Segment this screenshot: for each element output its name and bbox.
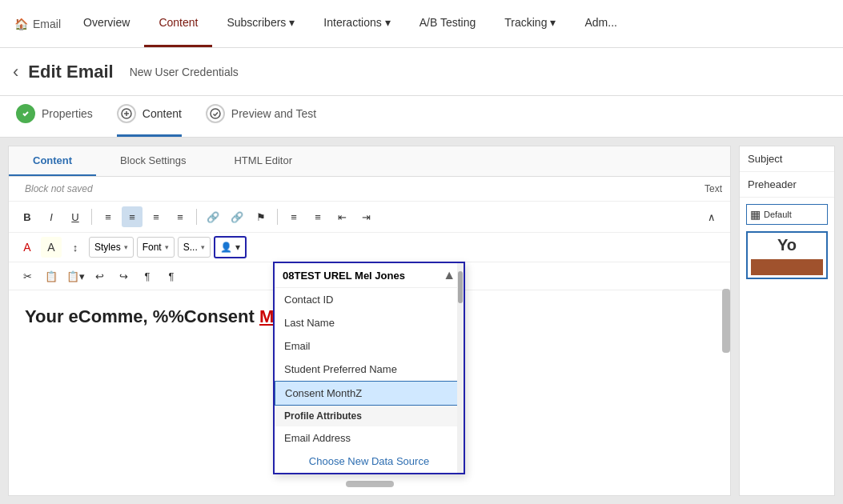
- indent-button[interactable]: ⇤: [331, 206, 352, 227]
- nav-tab-subscribers-label: Subscribers: [227, 16, 286, 29]
- align-justify-button[interactable]: ≡: [170, 206, 191, 227]
- nav-home-label: Email: [33, 18, 61, 30]
- editor-tab-block-settings[interactable]: Block Settings: [96, 146, 210, 176]
- ordered-list-button[interactable]: ≡: [283, 206, 304, 227]
- outdent-button[interactable]: ⇥: [355, 206, 376, 227]
- persona-dropdown-menu: 08TEST UREL Mel Jones ▲ Contact ID Last …: [273, 262, 465, 474]
- dropdown-item-email[interactable]: Email: [275, 334, 464, 358]
- nav-tab-ab-testing[interactable]: A/B Testing: [405, 0, 491, 47]
- preview-brown-bar: [751, 259, 823, 275]
- preview-icon: [206, 104, 225, 123]
- editor-panel: Content Block Settings HTML Editor Block…: [8, 146, 731, 496]
- dropdown-item-contact-id-label: Contact ID: [284, 294, 333, 306]
- highlight-color-button[interactable]: A: [41, 237, 62, 258]
- interactions-arrow-icon: ▾: [385, 16, 391, 29]
- back-button[interactable]: ‹: [13, 62, 18, 82]
- font-color-button[interactable]: A: [17, 237, 38, 258]
- dropdown-item-email-address[interactable]: Email Address: [275, 426, 464, 450]
- pilcrow2-button[interactable]: ¶: [161, 266, 182, 286]
- subject-label: Subject: [748, 153, 782, 165]
- dropdown-item-last-name-label: Last Name: [284, 317, 335, 329]
- subscribers-arrow-icon: ▾: [289, 16, 295, 29]
- nav-tab-content-label: Content: [159, 16, 198, 29]
- align-right-button[interactable]: ≡: [146, 206, 167, 227]
- underline-button[interactable]: U: [65, 206, 86, 227]
- page-title: Edit Email: [28, 62, 113, 82]
- indent-decrease-button[interactable]: ↕: [65, 237, 86, 258]
- nav-tab-tracking[interactable]: Tracking ▾: [490, 0, 570, 47]
- nav-tab-adm[interactable]: Adm...: [570, 0, 631, 47]
- default-box-icon: ▦: [750, 208, 761, 221]
- section-tab-preview[interactable]: Preview and Test: [206, 96, 316, 137]
- align-center-button[interactable]: ≡: [122, 206, 143, 227]
- persona-button[interactable]: 👤 ▾: [214, 236, 247, 258]
- cut-button[interactable]: ✂: [17, 266, 38, 286]
- font-dropdown[interactable]: Font ▾: [137, 237, 175, 258]
- main-area: Content Block Settings HTML Editor Block…: [0, 138, 843, 504]
- nav-tab-overview[interactable]: Overview: [69, 0, 144, 47]
- editor-tab-content[interactable]: Content: [9, 146, 96, 176]
- dropdown-item-contact-id[interactable]: Contact ID: [275, 288, 464, 311]
- dropdown-item-email-label: Email: [284, 340, 311, 352]
- preheader-label: Preheader: [748, 178, 797, 190]
- align-left-button[interactable]: ≡: [98, 206, 118, 227]
- section-tab-properties[interactable]: Properties: [16, 96, 93, 137]
- content-text-before: Your eComm: [25, 306, 133, 326]
- dropdown-item-student-preferred-name[interactable]: Student Preferred Name: [275, 358, 464, 381]
- pilcrow-button[interactable]: ¶: [137, 266, 158, 286]
- dropdown-link-label: Choose New Data Source: [309, 455, 429, 467]
- flag-button[interactable]: ⚑: [251, 206, 271, 227]
- section-tab-content-label: Content: [143, 107, 182, 120]
- nav-tab-subscribers[interactable]: Subscribers ▾: [212, 0, 309, 47]
- section-tabs: Properties Content Preview and Test: [0, 96, 843, 138]
- vertical-scrollbar-thumb[interactable]: [722, 289, 730, 353]
- nav-tab-tracking-label: Tracking: [504, 16, 547, 29]
- default-box[interactable]: ▦ Default: [746, 204, 828, 225]
- dropdown-item-consent-monthz[interactable]: Consent MonthZ: [275, 381, 464, 406]
- dropdown-item-student-preferred-name-label: Student Preferred Name: [284, 363, 397, 375]
- preview-text: Yo: [777, 236, 797, 254]
- redo-button[interactable]: ↪: [113, 266, 134, 286]
- link-button[interactable]: 🔗: [203, 206, 223, 227]
- editor-tab-html-editor-label: HTML Editor: [234, 154, 291, 166]
- unordered-list-button[interactable]: ≡: [307, 206, 328, 227]
- size-dropdown-label: S...: [183, 242, 198, 253]
- nav-tab-content[interactable]: Content: [144, 0, 212, 47]
- section-tab-content[interactable]: Content: [117, 96, 182, 137]
- section-tab-properties-label: Properties: [42, 107, 93, 120]
- nav-home[interactable]: 🏠 Email: [6, 0, 69, 47]
- bold-button[interactable]: B: [17, 206, 38, 227]
- styles-dropdown[interactable]: Styles ▾: [89, 237, 134, 258]
- dropdown-section-header: Profile Attributes: [275, 406, 464, 426]
- section-tab-preview-label: Preview and Test: [231, 107, 316, 120]
- toolbar-row1: B I U ≡ ≡ ≡ ≡ 🔗 🔗 ⚑ ≡ ≡ ⇤ ⇥ ∧: [9, 202, 730, 233]
- font-dropdown-label: Font: [143, 242, 162, 253]
- undo-button[interactable]: ↩: [89, 266, 110, 286]
- horizontal-scrollbar-thumb[interactable]: [346, 481, 394, 487]
- dropdown-item-last-name[interactable]: Last Name: [275, 311, 464, 334]
- italic-button[interactable]: I: [41, 206, 62, 227]
- nav-tab-interactions[interactable]: Interactions ▾: [309, 0, 404, 47]
- dropdown-item-consent-monthz-label: Consent MonthZ: [285, 387, 362, 399]
- dropdown-scroll-up-icon[interactable]: ▲: [443, 268, 456, 282]
- sub-title: New User Credentials: [130, 66, 239, 78]
- unlink-button[interactable]: 🔗: [227, 206, 247, 227]
- size-dropdown[interactable]: S... ▾: [178, 237, 211, 258]
- size-arrow-icon: ▾: [201, 243, 205, 251]
- default-box-label: Default: [764, 210, 792, 219]
- preheader-section[interactable]: Preheader: [740, 172, 834, 198]
- dropdown-section-header-label: Profile Attributes: [284, 410, 362, 422]
- svg-point-4: [211, 109, 220, 118]
- editor-tab-html-editor[interactable]: HTML Editor: [210, 146, 315, 176]
- dropdown-link-new-source[interactable]: Choose New Data Source: [275, 450, 464, 473]
- separator-1: [91, 209, 92, 225]
- paste-dropdown-button[interactable]: 📋▾: [65, 266, 86, 286]
- copy-button[interactable]: 📋: [41, 266, 62, 286]
- collapse-button[interactable]: ∧: [701, 206, 722, 227]
- subject-section[interactable]: Subject: [740, 146, 834, 172]
- dropdown-scrollbar[interactable]: [457, 263, 464, 473]
- right-panel-content: ▦ Default Yo: [740, 198, 834, 495]
- separator-3: [277, 209, 278, 225]
- persona-icon: 👤: [220, 242, 232, 253]
- dropdown-header: 08TEST UREL Mel Jones ▲: [275, 263, 464, 288]
